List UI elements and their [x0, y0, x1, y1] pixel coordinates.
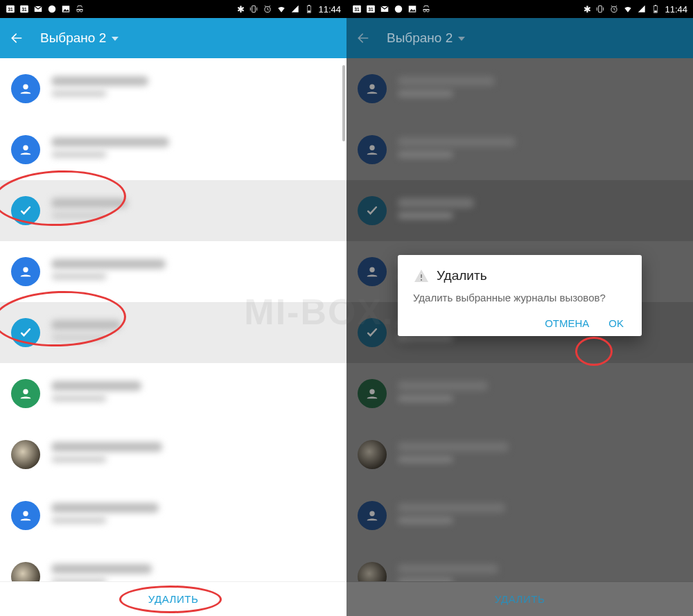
calendar-31-icon: 31 [6, 4, 15, 14]
status-bar: 31 31 ✱ 11:44 [0, 0, 346, 18]
svg-point-11 [23, 85, 28, 89]
svg-point-27 [369, 85, 374, 89]
smiley-icon [394, 4, 403, 14]
svg-rect-9 [308, 5, 310, 6]
svg-text:31: 31 [21, 7, 27, 12]
svg-point-12 [23, 146, 28, 150]
selected-check-icon [358, 318, 387, 347]
calendar-31-icon: 31 [19, 4, 29, 14]
list-item[interactable] [0, 363, 346, 424]
contact-avatar-icon [358, 257, 387, 286]
app-bar: Выбрано 2 [346, 18, 693, 58]
delete-button[interactable]: УДАЛИТЬ [148, 593, 198, 605]
back-button[interactable] [10, 31, 24, 45]
call-log-list[interactable] [0, 58, 346, 581]
list-item[interactable] [0, 424, 346, 485]
confirm-delete-dialog: Удалить Удалить выбранные журналы вызово… [398, 255, 642, 336]
svg-point-28 [369, 146, 374, 150]
statusbar-left: 31 31 [6, 4, 85, 14]
svg-rect-22 [599, 6, 602, 12]
alarm-icon [263, 4, 272, 14]
incognito-icon [75, 4, 85, 14]
list-item [346, 180, 693, 241]
picture-icon [407, 4, 417, 14]
list-item[interactable] [0, 58, 346, 119]
svg-point-30 [369, 389, 374, 394]
contact-avatar-icon [358, 74, 387, 103]
svg-point-4 [49, 6, 56, 13]
svg-point-20 [395, 6, 403, 13]
incognito-icon [421, 4, 431, 14]
cell-icon [637, 4, 647, 14]
statusbar-left: 31 31 [352, 4, 431, 14]
chevron-down-icon [458, 30, 465, 46]
wifi-icon [623, 4, 633, 14]
picture-icon [61, 4, 71, 14]
svg-rect-26 [655, 10, 658, 12]
cell-icon [290, 4, 300, 14]
battery-icon [304, 4, 314, 14]
selected-check-icon [358, 196, 387, 225]
contact-photo-avatar [11, 562, 40, 581]
selection-count-dropdown[interactable]: Выбрано 2 [40, 30, 119, 46]
wifi-icon [277, 4, 286, 14]
status-bar: 31 31 ✱ 11:44 [346, 0, 693, 18]
warning-icon [413, 267, 430, 284]
statusbar-time: 11:44 [665, 4, 687, 15]
gmail-icon [380, 4, 389, 14]
dialog-cancel-button[interactable]: ОТМЕНА [545, 317, 589, 329]
smiley-icon [47, 4, 57, 14]
selected-check-icon [11, 318, 40, 347]
dialog-message: Удалить выбранные журналы вызовов? [413, 291, 626, 305]
svg-point-31 [369, 511, 374, 516]
svg-point-14 [23, 389, 28, 394]
list-item [346, 119, 693, 180]
contact-avatar-icon [11, 257, 40, 286]
list-item[interactable] [0, 302, 346, 363]
list-item[interactable] [0, 241, 346, 302]
phone-left: 31 31 ✱ 11:44 Выбрано 2 [0, 0, 346, 616]
statusbar-right: ✱ 11:44 [237, 4, 341, 15]
list-item [346, 58, 693, 119]
bottom-action-bar: УДАЛИТЬ [346, 581, 693, 616]
vibrate-icon [595, 4, 605, 14]
alarm-icon [609, 4, 619, 14]
dialog-title: Удалить [437, 268, 487, 283]
selected-check-icon [11, 196, 40, 225]
svg-point-15 [23, 511, 28, 516]
contact-avatar-icon [358, 501, 387, 530]
dialog-ok-button[interactable]: OK [608, 317, 624, 329]
list-item[interactable] [0, 485, 346, 546]
contact-avatar-icon [11, 501, 40, 530]
list-item [346, 485, 693, 546]
gmail-icon [33, 4, 43, 14]
appbar-title-text: Выбрано 2 [387, 30, 453, 46]
phone-right: 31 31 ✱ 11:44 Выбрано 2 [346, 0, 693, 616]
battery-icon [651, 4, 660, 14]
chevron-down-icon [112, 30, 119, 46]
appbar-title-text: Выбрано 2 [40, 30, 106, 46]
svg-point-29 [369, 267, 374, 272]
svg-rect-10 [308, 10, 311, 12]
contact-avatar-icon [11, 74, 40, 103]
svg-rect-32 [421, 274, 422, 278]
contact-avatar-icon [358, 379, 387, 408]
list-item [346, 424, 693, 485]
statusbar-time: 11:44 [318, 4, 341, 15]
calendar-31-icon: 31 [352, 4, 362, 14]
bluetooth-icon: ✱ [584, 5, 591, 14]
back-button[interactable] [356, 31, 370, 45]
svg-rect-25 [655, 5, 656, 6]
list-item[interactable] [0, 546, 346, 581]
svg-text:31: 31 [354, 7, 360, 12]
contact-photo-avatar [358, 562, 387, 581]
delete-button: УДАЛИТЬ [495, 593, 545, 605]
selection-count-dropdown[interactable]: Выбрано 2 [387, 30, 465, 46]
list-item[interactable] [0, 180, 346, 241]
svg-text:31: 31 [368, 7, 374, 12]
scrollbar[interactable] [342, 65, 345, 141]
list-item [346, 363, 693, 424]
vibrate-icon [249, 4, 258, 14]
contact-avatar-icon [11, 135, 40, 164]
list-item[interactable] [0, 119, 346, 180]
